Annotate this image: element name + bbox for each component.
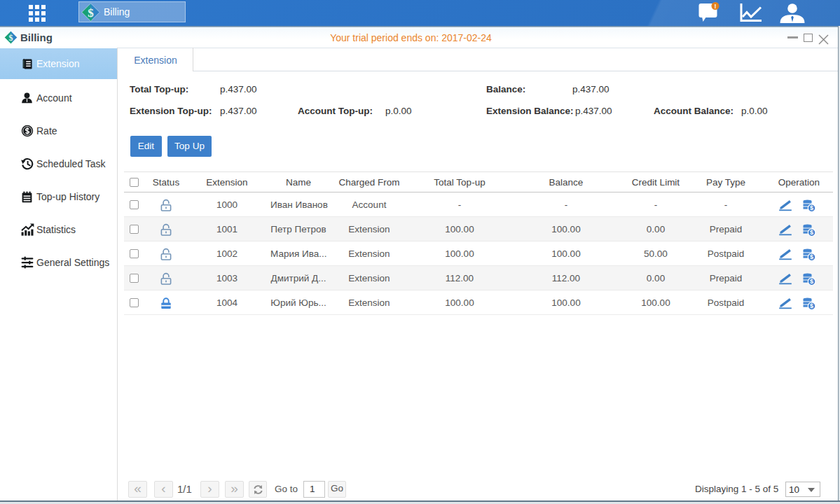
svg-text:$: $ — [810, 278, 813, 285]
svg-text:!: ! — [715, 3, 717, 10]
svg-text:$: $ — [810, 229, 813, 236]
svg-text:$: $ — [810, 204, 813, 211]
svg-text:$: $ — [88, 6, 94, 19]
svg-text:$: $ — [810, 302, 813, 309]
svg-text:$: $ — [810, 253, 813, 260]
